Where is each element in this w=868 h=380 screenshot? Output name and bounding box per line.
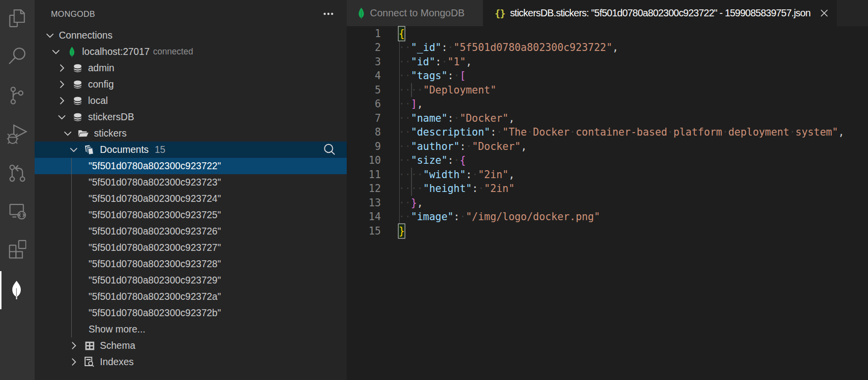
code-line-14: 14··"image":·"/img/logo/docker.png" — [347, 210, 868, 224]
chevron-down-icon[interactable] — [70, 145, 78, 154]
whitespace-dots: ·· — [399, 211, 411, 223]
sidebar-mongodb: MONGODB Connectionslocalhost:27017connec… — [35, 0, 347, 380]
editor-group: Connect to MongoDB{}stickersDB.stickers:… — [347, 0, 868, 380]
token-b2: [ — [459, 70, 465, 82]
whitespace-dots: · — [472, 169, 478, 181]
chevron-down-icon[interactable] — [58, 113, 66, 121]
tree-item-label: local — [88, 95, 108, 106]
tree-item-stickersdb[interactable]: stickersDB — [35, 109, 347, 125]
activity-bar-item-search[interactable] — [0, 38, 35, 76]
tree-item-connections[interactable]: Connections — [35, 27, 347, 44]
token-pun: ···· — [399, 84, 423, 96]
code-line-content: ··"description":·"The·Docker·container-b… — [399, 125, 844, 140]
tree-item-label: Indexes — [100, 356, 134, 368]
code-line-10: 10··"size":·{ — [347, 153, 868, 168]
tree-item-5f501d0780a802300c923728[interactable]: "5f501d0780a802300c923728" — [35, 256, 347, 272]
activity-bar-item-run-and-debug[interactable] — [0, 115, 35, 153]
tab-connect-to-mongodb[interactable]: Connect to MongoDB — [347, 0, 483, 26]
tree-item-stickers[interactable]: stickers — [35, 125, 347, 142]
tree-item-5f501d0780a802300c923724[interactable]: "5f501d0780a802300c923724" — [35, 190, 347, 207]
tree-item-5f501d0780a802300c923726[interactable]: "5f501d0780a802300c923726" — [35, 223, 347, 239]
tree-item-local[interactable]: local — [35, 93, 347, 109]
activity-bar-item-extensions[interactable] — [0, 231, 35, 269]
line-number: 9 — [347, 140, 381, 154]
chevron-down-icon[interactable] — [46, 31, 54, 40]
tree-item-schema[interactable]: Schema — [35, 337, 347, 354]
tab-label: stickersDB.stickers: "5f501d0780a802300c… — [510, 7, 810, 19]
activity-bar-item-explorer[interactable] — [0, 0, 35, 38]
whitespace-dots: · — [454, 70, 459, 82]
code-line-content: ··"tags":·[ — [399, 69, 466, 83]
chevron-right-icon[interactable] — [58, 64, 66, 72]
token-pun: ·· — [399, 154, 411, 166]
token-str: "The·Docker·container-based·platform·dep… — [503, 126, 838, 138]
code-line-content: ··"name":·"Docker", — [399, 111, 515, 126]
chevron-right-icon[interactable] — [70, 358, 78, 366]
line-number: 3 — [347, 55, 381, 69]
token-pun: :· — [459, 141, 472, 152]
whitespace-dots: · — [454, 112, 459, 124]
extensions-icon — [8, 240, 26, 259]
chevron-right-icon[interactable] — [70, 341, 78, 350]
token-key: "tags" — [411, 70, 448, 82]
token-key: "description" — [411, 126, 490, 138]
tree-item-localhost-27017[interactable]: localhost:27017connected — [35, 44, 347, 60]
line-number: 8 — [347, 125, 381, 140]
token-str: "/img/logo/docker.png" — [466, 211, 600, 223]
tree-item-5f501d0780a802300c923729[interactable]: "5f501d0780a802300c923729" — [35, 272, 347, 288]
search-icon — [8, 47, 26, 66]
database-icon — [74, 80, 82, 89]
tree-item-5f501d0780a802300c92372b[interactable]: "5f501d0780a802300c92372b" — [35, 305, 347, 321]
tree-item-5f501d0780a802300c923722[interactable]: "5f501d0780a802300c923722" — [35, 158, 347, 174]
token-pun: :· — [448, 154, 460, 166]
whitespace-dots: · — [454, 154, 459, 166]
tree-item-label: admin — [88, 62, 114, 74]
chevron-right-icon[interactable] — [58, 80, 66, 89]
token-pun: ·· — [399, 42, 411, 53]
code-line-content: ··"id":·"1", — [399, 55, 472, 69]
code-line-9: 9··"author":·"Docker", — [347, 140, 868, 154]
tree-item-documents[interactable]: Documents15 — [35, 142, 347, 158]
whitespace-dots: · — [667, 126, 673, 138]
code-line-content: ··], — [399, 97, 423, 111]
token-pun: , — [612, 42, 618, 53]
token-pun: ·· — [399, 98, 411, 110]
chevron-down-icon[interactable] — [52, 48, 60, 56]
tree-item-5f501d0780a802300c92372a[interactable]: "5f501d0780a802300c92372a" — [35, 288, 347, 305]
tree-item-admin[interactable]: admin — [35, 60, 347, 76]
more-actions-icon[interactable] — [321, 7, 335, 21]
token-str: "2in" — [484, 183, 515, 194]
line-number: 10 — [347, 153, 381, 168]
tab-stickers-document-json[interactable]: {}stickersDB.stickers: "5f501d0780a80230… — [483, 0, 836, 26]
activity-bar-item-github-pull-requests[interactable] — [0, 154, 35, 192]
activity-bar-item-source-control[interactable] — [0, 77, 35, 115]
tree-item-label: Connections — [59, 30, 112, 41]
tree-item-show-more[interactable]: Show more... — [35, 321, 347, 337]
documents-count: 15 — [155, 144, 166, 155]
tree-item-label: "5f501d0780a802300c923727" — [89, 242, 221, 253]
code-editor[interactable]: 1{2··"_id":·"5f501d0780a802300c923722",3… — [347, 26, 868, 380]
database-icon — [74, 96, 82, 105]
activity-bar-item-mongodb[interactable] — [0, 271, 35, 309]
tree-item-5f501d0780a802300c923727[interactable]: "5f501d0780a802300c923727" — [35, 239, 347, 256]
activity-bar-item-remote-explorer[interactable] — [0, 192, 35, 231]
chevron-down-icon[interactable] — [64, 129, 72, 138]
token-pun: :· — [472, 183, 484, 194]
whitespace-dots: ·· — [399, 112, 411, 124]
tree-item-5f501d0780a802300c923723[interactable]: "5f501d0780a802300c923723" — [35, 174, 347, 190]
token-pun: :· — [448, 70, 460, 82]
chevron-right-icon[interactable] — [58, 96, 66, 105]
code-line-content: } — [399, 224, 405, 238]
close-icon[interactable] — [819, 8, 830, 19]
search-icon[interactable] — [323, 143, 336, 156]
code-line-8: 8··"description":·"The·Docker·container-… — [347, 125, 868, 140]
token-b1m: { — [399, 27, 405, 41]
tree-item-indexes[interactable]: Indexes — [35, 354, 347, 370]
activity-bar — [0, 0, 35, 380]
tree-item-5f501d0780a802300c923725[interactable]: "5f501d0780a802300c923725" — [35, 207, 347, 223]
tree-item-label: "5f501d0780a802300c923728" — [89, 258, 221, 270]
token-pun: :· — [441, 42, 454, 53]
whitespace-dots: ·· — [399, 56, 411, 68]
tree-item-config[interactable]: config — [35, 76, 347, 93]
line-number: 15 — [347, 224, 381, 238]
